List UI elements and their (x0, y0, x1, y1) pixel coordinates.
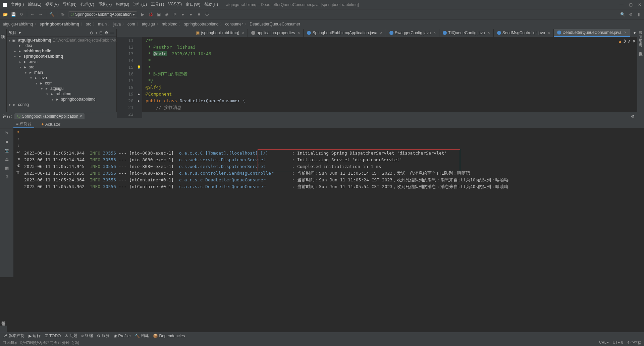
tree-item[interactable]: ▸▸.mvn (17, 59, 116, 64)
status-item[interactable]: CRLF (599, 340, 609, 345)
editor-tab[interactable]: TtlQueueConfig.java× (439, 29, 493, 37)
breadcrumb-item[interactable]: atguigu-rabbitmq (3, 22, 33, 26)
close-icon[interactable]: ✕ (638, 2, 641, 7)
breadcrumb-item[interactable]: main (98, 22, 107, 26)
editor-inspections[interactable]: ▲ 3 ∧ ∨ (619, 39, 635, 44)
tree-item[interactable]: ▾▸springboot-rabbitmq (12, 54, 116, 59)
assist-icon[interactable]: ▮ (636, 12, 641, 17)
scroll-end-icon[interactable]: ✦ (16, 130, 20, 134)
stop-icon[interactable]: ■ (196, 12, 202, 17)
soft-wrap-icon[interactable]: ↩ (16, 150, 20, 155)
bottom-tab[interactable]: ⎇版本控制 (3, 333, 24, 339)
dropdown-icon[interactable]: ▾ (19, 31, 21, 35)
menu-item[interactable]: 编辑(E) (26, 1, 43, 8)
menu-item[interactable]: 重构(R) (97, 1, 113, 8)
gear-icon[interactable]: ⚙ (105, 31, 108, 35)
tree-item[interactable]: ▾▸src (17, 64, 116, 70)
editor-tab[interactable]: ▣(springboot-rabbitmq)× (193, 29, 248, 37)
minimize-icon[interactable]: — (620, 2, 624, 7)
layout-icon[interactable]: ▦ (1, 165, 12, 171)
maximize-icon[interactable]: ▢ (629, 2, 633, 7)
bottom-tab[interactable]: 🔨构建 (135, 333, 149, 339)
code-editor[interactable]: 111213141516171819202122 💡▶▶ /** * @auth… (117, 37, 644, 118)
menu-item[interactable]: 帮助(H) (203, 1, 219, 8)
bottom-tab[interactable]: ▶运行 (29, 333, 41, 339)
back-icon[interactable]: ← (30, 12, 35, 17)
up-icon[interactable]: ↑ (17, 136, 19, 141)
bottom-tab[interactable]: 📦Dependencies (153, 334, 185, 338)
tree-item[interactable]: ▾▸com (34, 80, 116, 86)
tree-item[interactable]: ▾▸springbootrabbitmq (50, 97, 116, 102)
project-tree[interactable]: ▾▣ atguigu-rabbitmq E:\WorkData\IdeaProj… (7, 37, 116, 112)
menu-item[interactable]: 视图(V) (44, 1, 60, 8)
tree-item[interactable]: ▾▸atguigu (39, 86, 116, 91)
open-icon[interactable]: 📂 (3, 12, 8, 17)
prev-highlight-icon[interactable]: ∧ (628, 39, 631, 44)
actuator-tab[interactable]: ✦ Actuator (38, 121, 63, 127)
print-icon[interactable]: 🖨 (16, 163, 20, 168)
run-config-selector[interactable]: ⬡ SpringbootRabbitmqApplication ▾ (68, 11, 137, 17)
services-icon[interactable]: ⎔ (204, 12, 210, 17)
breadcrumb-item[interactable]: java (113, 22, 121, 26)
tree-item[interactable]: ▸▸rabbitmq-hello (12, 48, 116, 54)
run-icon[interactable]: ▶ (140, 12, 145, 17)
editor-tab[interactable]: SpringbootRabbitmqApplication.java× (304, 29, 386, 37)
breadcrumb-item[interactable]: DeadLetterQueueConsumer (250, 22, 300, 26)
menu-item[interactable]: 代码(C) (79, 1, 96, 8)
tree-item[interactable]: ▾▸main (23, 70, 116, 75)
console-output[interactable]: 2023-06-11 11:05:14.944 INFO 30556 --- [… (23, 128, 644, 277)
stop-icon[interactable]: ■ (1, 138, 12, 145)
editor-tab[interactable]: DeadLetterQueueConsumer.java× (554, 29, 630, 37)
menu-item[interactable]: 窗口(W) (184, 1, 202, 8)
sidebar-tabs-bottom-left[interactable]: 书签 结构 (0, 326, 7, 332)
settings-icon[interactable]: ⚙ (628, 12, 633, 17)
project-root[interactable]: ▾▣ atguigu-rabbitmq E:\WorkData\IdeaProj… (7, 38, 116, 43)
tree-item[interactable]: ▾▸rabbitmq (44, 91, 116, 97)
code-content[interactable]: /** * @author lishuai * @date 2023/6/11-… (142, 37, 644, 118)
save-icon[interactable]: 💾 (11, 12, 16, 17)
collapse-icon[interactable]: ⊟ (99, 31, 103, 35)
hotswap1-icon[interactable]: ● (180, 12, 185, 17)
status-item[interactable]: UTF-8 (613, 340, 623, 345)
run-tab-active[interactable]: ⬡ SpringbootRabbitmqApplication × (14, 113, 85, 119)
menu-item[interactable]: 构建(B) (114, 1, 130, 8)
bottom-tab[interactable]: ⚠问题 (65, 333, 77, 339)
attach-icon[interactable]: ⎘ (172, 12, 177, 17)
breadcrumb-item[interactable]: springbootrabbitmq (184, 22, 219, 26)
editor-tab[interactable]: SendMsgController.java× (494, 29, 554, 37)
tree-item[interactable]: ▸.idea (12, 43, 116, 48)
sidebar-tabs-right[interactable]: m Maven 数据库 (637, 28, 644, 102)
menu-item[interactable]: 导航(N) (61, 1, 78, 8)
thread-dump-icon[interactable]: 📷 (1, 147, 12, 154)
editor-tab[interactable]: SwaggerConfig.java× (386, 29, 439, 37)
bottom-tab[interactable]: ⚙服务 (97, 333, 110, 339)
editor-tab[interactable]: application.properties× (248, 29, 304, 37)
status-item[interactable]: 4 个空格 (627, 340, 641, 345)
menu-item[interactable]: 运行(U) (132, 1, 148, 8)
breadcrumb-item[interactable]: springboot-rabbitmq (40, 22, 79, 26)
hide-icon[interactable]: — (110, 31, 114, 35)
down-icon[interactable]: ↓ (17, 143, 19, 148)
tree-item[interactable]: ▾▸config (7, 102, 116, 107)
sync-icon[interactable]: ↻ (19, 12, 24, 17)
select-opened-icon[interactable]: ⊙ (90, 31, 93, 35)
breadcrumb-item[interactable]: rabbitmq (162, 22, 177, 26)
close-tab-icon[interactable]: × (79, 114, 82, 119)
scroll-icon[interactable]: ⇥ (16, 157, 20, 161)
expand-all-icon[interactable]: ↕ (95, 31, 97, 35)
bottom-tab[interactable]: ⎚终端 (82, 333, 93, 339)
bottom-tab[interactable]: ◉Profiler (114, 334, 131, 338)
breadcrumb-item[interactable]: consumer (225, 22, 243, 26)
tree-item[interactable]: ▾▸java (28, 75, 116, 80)
pin-icon[interactable]: ⎙ (1, 173, 12, 180)
next-highlight-icon[interactable]: ∨ (633, 39, 635, 44)
profile-icon[interactable]: ◉ (164, 12, 169, 17)
clear-icon[interactable]: 🗑 (16, 170, 20, 175)
search-icon[interactable]: 🔍 (620, 12, 625, 17)
breadcrumb-item[interactable]: src (86, 22, 91, 26)
hammer-icon[interactable]: 🔨 (49, 12, 54, 17)
debug-icon[interactable]: 🐞 (148, 12, 153, 17)
bottom-tab[interactable]: ☑TODO (45, 334, 61, 338)
menu-item[interactable]: 文件(F) (9, 1, 25, 8)
rerun-icon[interactable]: ↻ (1, 130, 12, 136)
